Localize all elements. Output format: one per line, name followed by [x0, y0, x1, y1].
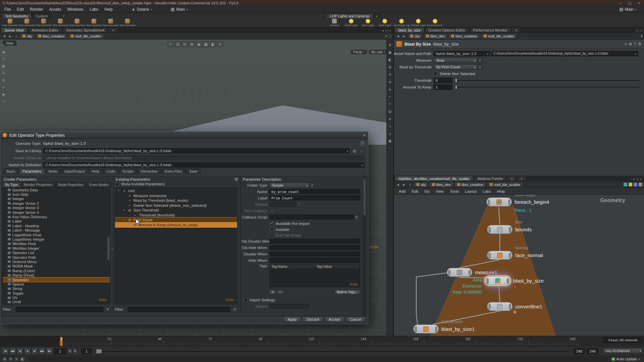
- display-flag-icon[interactable]: [624, 183, 627, 186]
- breadcrumb-item[interactable]: roof_tile_scatter: [481, 34, 517, 39]
- pane-close-icon[interactable]: [640, 178, 642, 181]
- parameter-type-item[interactable]: Min/Max Integer: [3, 246, 110, 250]
- tree-row[interactable]: ▾ ▤ Prim Count: [115, 218, 237, 223]
- shelf-tool[interactable]: Test Geometry: C...: [2, 19, 18, 27]
- auto-update-selector[interactable]: Auto Update: [612, 357, 642, 361]
- display-option-icon[interactable]: ▦: [387, 138, 393, 143]
- back-icon[interactable]: [2, 35, 7, 38]
- shelf-tool[interactable]: Test Geometry: P...: [19, 19, 35, 27]
- node-body[interactable]: [486, 197, 512, 206]
- add-pane-tab-button[interactable]: [108, 27, 118, 33]
- delete-non-selected-checkbox[interactable]: [434, 72, 437, 75]
- status-icon[interactable]: ⊞: [2, 357, 7, 362]
- parameter-type-item[interactable]: Integer Vector 4: [3, 210, 110, 215]
- threshold-field[interactable]: 0: [434, 78, 452, 83]
- network-menu-item[interactable]: Tools: [447, 189, 462, 193]
- create-tab[interactable]: Render Properties: [21, 182, 55, 187]
- node-body[interactable]: [487, 225, 513, 234]
- viewport-tool-icon[interactable]: ◧: [210, 41, 216, 47]
- blast-by-threshold-dropdown[interactable]: By Prim Count: [434, 64, 477, 70]
- transport-button[interactable]: ▶: [32, 348, 38, 355]
- dialog-tab[interactable]: Save: [186, 168, 201, 174]
- tool-icon[interactable]: ≡: [1, 84, 6, 90]
- callback-script-field[interactable]: [269, 215, 354, 220]
- available-for-import-checkbox[interactable]: [270, 222, 274, 225]
- expander-icon[interactable]: ▾: [117, 189, 120, 192]
- playback-range-slider[interactable]: [96, 349, 570, 354]
- display-option-icon[interactable]: ⇄: [387, 79, 393, 84]
- network-menu-item[interactable]: View: [433, 189, 447, 193]
- menu-item[interactable]: Windows: [64, 7, 87, 12]
- pane-menu-icon[interactable]: [633, 178, 635, 181]
- add-tag-button[interactable]: +: [269, 290, 276, 295]
- playhead[interactable]: 1: [60, 337, 63, 346]
- status-icon[interactable]: ≡: [14, 357, 19, 362]
- path-menu-icon[interactable]: [641, 34, 642, 38]
- disable-when-field[interactable]: [269, 251, 360, 256]
- remove-tag-button[interactable]: −: [277, 290, 284, 295]
- network-node[interactable]: Block Begin foreach_begin4 Piece : 1: [486, 197, 512, 206]
- tool-icon[interactable]: ▭: [1, 99, 6, 104]
- parameter-type-item[interactable]: Ramp (Float): [3, 273, 110, 277]
- back-icon[interactable]: [395, 35, 400, 38]
- current-frame-field[interactable]: 1: [54, 348, 66, 354]
- breadcrumb-item[interactable]: tiles_dev: [423, 34, 447, 39]
- shelf-tool[interactable]: Environment Light: [427, 19, 443, 27]
- pane-tab[interactable]: Performance Monitor: [469, 27, 511, 33]
- shelf-tool[interactable]: Camera: [326, 19, 342, 27]
- solaris-desktop-button[interactable]: ★Solaris: [129, 7, 155, 12]
- parameter-type-item[interactable]: Ramp (Color): [3, 268, 110, 273]
- threshold-slider[interactable]: [455, 78, 639, 83]
- parameter-type-item[interactable]: Integer Vector 3: [3, 206, 110, 210]
- shelf-tab-lop-lights[interactable]: LOP Lights and Cameras: [326, 13, 373, 18]
- parameter-type-item[interactable]: Ordered Menu: [3, 259, 110, 264]
- network-canvas[interactable]: Geometry Block Begin foreach_begin4 Piec…: [394, 195, 644, 336]
- node-body[interactable]: [487, 302, 513, 311]
- shelf-tool[interactable]: Test Geometry: T...: [119, 19, 136, 27]
- dialog-button[interactable]: Apply: [283, 316, 301, 322]
- breadcrumb-item[interactable]: obj: [414, 182, 428, 187]
- scrollbar-thumb[interactable]: [363, 178, 366, 215]
- tool-icon[interactable]: ↖: [1, 42, 6, 48]
- help-icon[interactable]: ?: [360, 141, 365, 146]
- pane-tab[interactable]: Scene View: [1, 27, 28, 33]
- network-menu-item[interactable]: Go: [421, 189, 432, 193]
- filter-menu-icon[interactable]: [105, 307, 110, 312]
- dialog-tab[interactable]: Code: [103, 168, 118, 174]
- dialog-tab[interactable]: Help: [89, 168, 103, 174]
- viewport-tool-icon[interactable]: ⊞: [189, 41, 195, 47]
- breadcrumb-item[interactable]: tiles_creation: [454, 182, 486, 187]
- global-end-field[interactable]: 240: [587, 348, 598, 354]
- shelf-tool[interactable]: Distant Light: [410, 19, 426, 27]
- dialog-tab[interactable]: Extra Files: [161, 168, 185, 174]
- shelf-tool[interactable]: Geometry Light: [393, 19, 410, 27]
- menu-spinner-icon[interactable]: [478, 58, 482, 63]
- breadcrumb-item[interactable]: roof_tile_scatter: [487, 182, 523, 187]
- pane-tab[interactable]: Animation Editor: [28, 27, 62, 33]
- network-node[interactable]: Box bounds: [487, 225, 513, 234]
- display-option-icon[interactable]: ⊞: [387, 64, 393, 70]
- breadcrumb-item[interactable]: tiles_creation: [36, 34, 67, 39]
- status-icon[interactable]: ◧: [20, 357, 25, 362]
- move-parameter-arrow-icon[interactable]: →: [109, 245, 114, 250]
- dialog-titlebar[interactable]: Edit Operator Type Properties ×: [0, 132, 368, 139]
- pane-menu-icon[interactable]: [382, 29, 384, 33]
- display-option-icon[interactable]: ◐: [387, 94, 393, 99]
- back-icon[interactable]: [395, 183, 400, 186]
- template-flag-icon[interactable]: [629, 183, 632, 186]
- gear-icon[interactable]: ⚙: [234, 177, 238, 182]
- transport-button[interactable]: ◀: [17, 348, 23, 355]
- parameter-type-item[interactable]: Logarithmic Float: [3, 233, 110, 237]
- network-menu-item[interactable]: Labs: [480, 189, 494, 193]
- close-icon[interactable]: [637, 1, 641, 5]
- dialog-tab[interactable]: Input/Output: [61, 168, 88, 174]
- asset-path-combo[interactable]: C:/Users/Jero/Documents/houdini19.5/otls…: [491, 51, 638, 56]
- home-icon[interactable]: [14, 34, 19, 38]
- shelf-tool[interactable]: Area Light: [377, 19, 393, 27]
- desktop-selector[interactable]: Main: [168, 7, 191, 12]
- menu-item[interactable]: Assets: [46, 7, 64, 12]
- tool-icon[interactable]: ⊞: [1, 77, 6, 83]
- status-icon[interactable]: ⟳: [8, 357, 13, 362]
- menu-item[interactable]: Render: [27, 7, 46, 12]
- pane-split-icon[interactable]: [385, 29, 388, 33]
